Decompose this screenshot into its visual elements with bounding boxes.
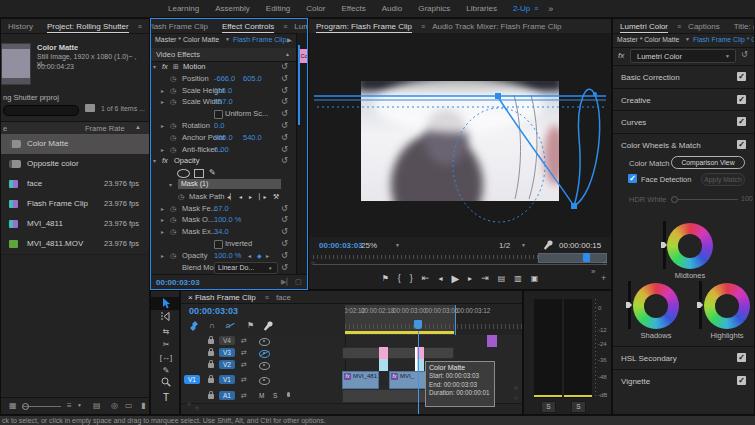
sync-lock-icon[interactable]: ⇄: [241, 376, 247, 384]
parameter-value[interactable]: 0.00: [214, 145, 229, 155]
timeline-scroll-knob2[interactable]: ◌: [514, 395, 518, 401]
razor-tool[interactable]: ✂: [151, 338, 180, 351]
tab-project-rolling-shutter[interactable]: Project: Rolling Shutter: [47, 20, 129, 33]
lumetri-section-hsl-secondary[interactable]: HSL Secondary✓: [613, 346, 754, 369]
add-keyframe-icon[interactable]: ◆: [257, 251, 262, 261]
playhead-head[interactable]: [414, 320, 422, 329]
section-enabled-checkbox[interactable]: ✓: [737, 95, 746, 104]
tab-lum[interactable]: Lum: [294, 20, 307, 32]
track-target-chip[interactable]: V2: [219, 360, 235, 369]
program-video-preview[interactable]: [309, 33, 611, 237]
mini-timeline-clip[interactable]: Co: [300, 49, 308, 63]
tab-title-nc[interactable]: Title: (nc: [734, 20, 754, 32]
workspace-tab-color[interactable]: Color: [306, 4, 325, 13]
highlights-slider[interactable]: [699, 281, 702, 329]
track-lock-icon[interactable]: [208, 363, 214, 368]
project-item-row[interactable]: Color Matte: [1, 134, 149, 154]
snap-icon[interactable]: [189, 321, 199, 331]
reset-parameter-icon[interactable]: ↺: [281, 133, 288, 143]
tab-history[interactable]: History: [8, 20, 33, 32]
clip-color-matte-pink[interactable]: [379, 347, 388, 359]
step-mask-forward-icon[interactable]: ▸: [249, 192, 252, 202]
mic-icon[interactable]: [287, 392, 290, 397]
panel-menu-icon[interactable]: ≡: [138, 23, 142, 30]
sync-lock-icon[interactable]: ⇄: [241, 349, 247, 357]
face-detection-checkbox[interactable]: ✓: [628, 174, 637, 183]
comparison-view-button[interactable]: Comparison View: [671, 156, 745, 169]
scrubber-loaded-zone[interactable]: [538, 253, 607, 263]
selection-tool[interactable]: [151, 297, 180, 310]
workspace-tab-graphics[interactable]: Graphics: [418, 4, 450, 13]
mute-button[interactable]: M: [259, 392, 264, 399]
workspace-tab-learning[interactable]: Learning: [168, 4, 199, 13]
track-mask-backward-icon[interactable]: ◂▏: [227, 192, 235, 202]
parameter-checkbox[interactable]: [214, 240, 223, 249]
stopwatch-icon[interactable]: ◷: [170, 121, 176, 131]
find-icon[interactable]: ◎: [111, 401, 118, 410]
stopwatch-icon[interactable]: ◷: [170, 215, 176, 225]
collapse-icon[interactable]: ▲: [285, 51, 290, 57]
list-view-icon[interactable]: ▦: [9, 401, 17, 410]
ellipse-mask-icon[interactable]: [177, 169, 190, 178]
rect-mask-icon[interactable]: [194, 169, 204, 178]
twirl-closed-icon[interactable]: ▸: [161, 251, 164, 261]
hdr-white-slider[interactable]: [678, 199, 738, 200]
stopwatch-icon[interactable]: ◷: [178, 192, 184, 202]
stopwatch-icon[interactable]: ◷: [170, 227, 176, 237]
workspace-tab-effects[interactable]: Effects: [341, 4, 365, 13]
sequence-clip-label[interactable]: Flash Frame Clip...: [233, 36, 292, 43]
mask-tracking-wrench-icon[interactable]: ⚒: [273, 192, 279, 202]
play-toggle-icon[interactable]: ▶: [287, 36, 292, 43]
panel-menu-icon[interactable]: ≡: [283, 23, 287, 30]
workspace-tab-assembly[interactable]: Assembly: [215, 4, 250, 13]
reset-parameter-icon[interactable]: ↺: [281, 263, 288, 273]
prev-keyframe-icon[interactable]: ◂: [248, 251, 251, 261]
track-output-eye-icon[interactable]: [259, 338, 270, 346]
workspace-overflow-icon[interactable]: »: [548, 4, 553, 14]
highlights-wheel[interactable]: [704, 283, 750, 329]
lumetri-effect-select[interactable]: Lumetri Color ▼: [630, 49, 736, 63]
mask-name-field[interactable]: Mask (1): [178, 179, 281, 189]
pen-tool[interactable]: ✎: [151, 364, 180, 377]
parameter-value[interactable]: 100.0 %: [214, 251, 242, 261]
playhead-line[interactable]: [418, 331, 419, 415]
extract-icon[interactable]: ▥: [514, 274, 522, 283]
project-search-input[interactable]: [3, 105, 79, 116]
track-height-knob[interactable]: ○: [187, 401, 191, 407]
video-effects-header[interactable]: Video Effects ▲: [151, 48, 296, 62]
twirl-closed-icon[interactable]: ▸: [161, 145, 164, 155]
next-keyframe-icon[interactable]: ▸: [266, 251, 269, 261]
track-header-a1[interactable]: A1⇄MS: [181, 389, 346, 403]
stopwatch-icon[interactable]: ◷: [170, 145, 176, 155]
lift-icon[interactable]: ▤: [498, 274, 506, 283]
sort-chevron-icon[interactable]: ▼: [77, 402, 82, 408]
project-item-row[interactable]: MVI_4811.MOV23.976 fps: [1, 234, 149, 255]
tab-captions[interactable]: Captions: [688, 20, 720, 32]
tab-program-flash-frame-clip[interactable]: Program: Flash Frame Clip: [316, 20, 412, 33]
button-editor-plus-icon[interactable]: +: [601, 273, 606, 283]
timeline-timecode[interactable]: 00:00:03:03: [189, 306, 238, 316]
work-area-bar[interactable]: [345, 331, 454, 334]
track-header-v4[interactable]: V4⇄: [181, 335, 346, 347]
reset-parameter-icon[interactable]: ↺: [281, 109, 288, 119]
sequence-clip-label[interactable]: Flash Frame Clip * Color...: [693, 36, 754, 43]
blend-mode-select[interactable]: Linear Do...▼: [214, 262, 278, 274]
export-icon[interactable]: ▢: [295, 278, 302, 286]
hdr-white-value[interactable]: 100: [741, 195, 753, 202]
program-timecode[interactable]: 00:00:03:03: [319, 241, 363, 250]
clip-color-matte-cyan[interactable]: [379, 359, 388, 371]
track-output-eye-icon[interactable]: [259, 362, 270, 370]
parameter-value-2[interactable]: 540.0: [243, 133, 262, 143]
scrubber-left-handle[interactable]: ○: [311, 260, 315, 266]
lumetri-section-creative[interactable]: Creative✓: [613, 88, 754, 111]
workspace-tab-editing[interactable]: Editing: [266, 4, 290, 13]
play-only-icon[interactable]: ▶▏: [281, 278, 292, 286]
sort-chevron-icon[interactable]: ▲: [135, 124, 141, 130]
track-header-v1[interactable]: V1V1⇄: [181, 371, 346, 389]
ripple-edit-tool[interactable]: ⇆: [151, 325, 180, 338]
twirl-open-icon[interactable]: ▾: [153, 62, 156, 72]
effect-name-label[interactable]: Motion: [183, 62, 206, 72]
chevron-down-icon[interactable]: ▼: [685, 36, 690, 42]
new-bin-icon[interactable]: ▭: [125, 401, 133, 410]
panel-menu-icon[interactable]: ≡: [265, 294, 269, 301]
